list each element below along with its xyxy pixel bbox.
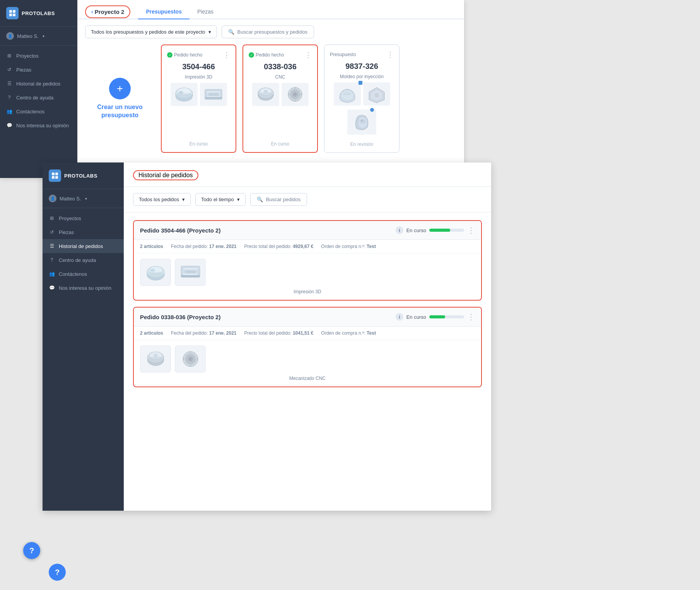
- tab-piezas[interactable]: Piezas: [190, 5, 221, 19]
- card-status-3: Presupuesto: [330, 52, 356, 57]
- sidebar-label-opinion-bottom: Nos interesa su opinión: [59, 285, 111, 291]
- brand-logo-bottom: PROTOLABS: [43, 162, 124, 189]
- order-status-fill-1: [429, 229, 450, 232]
- sidebar-item-piezas-bottom[interactable]: ↺ Piezas: [43, 225, 124, 239]
- help-button-float[interactable]: ?: [23, 542, 40, 559]
- order-card-2[interactable]: Pedido 0338-036 (Proyecto 2) ℹ En curso …: [133, 307, 482, 387]
- create-new-button[interactable]: +: [109, 78, 131, 99]
- orders-search-button[interactable]: 🔍 Buscar pedidos: [250, 193, 307, 206]
- orders-filter-dropdown[interactable]: Todos los pedidos ▾: [133, 193, 191, 206]
- logo-icon: [6, 7, 19, 19]
- card-images-2: [249, 83, 312, 106]
- user-dropdown-icon: ▾: [43, 34, 44, 38]
- logo-text-bottom: PROTOLABS: [64, 173, 97, 179]
- svg-rect-33: [185, 271, 195, 274]
- sidebar-nav-bottom: ⊞ Proyectos ↺ Piezas ☰ Historial de pedi…: [43, 208, 124, 298]
- budgets-filter-dropdown[interactable]: Todos los presupuestos y pedidos de este…: [85, 26, 217, 38]
- sidebar-bottom: PROTOLABS 👤 Matteo S. ▾ ⊞ Proyectos ↺ Pi…: [43, 162, 124, 511]
- card-footer-3: En revisión: [330, 139, 394, 147]
- filter-label: Todos los presupuestos y pedidos de este…: [91, 29, 205, 35]
- svg-rect-25: [52, 176, 55, 179]
- logo-text: PROTOLABS: [22, 10, 55, 16]
- sidebar-item-historial[interactable]: ☰ Historial de pedidos: [0, 77, 77, 91]
- main-top-content: ‹ Proyecto 2 Presupuestos Piezas Todos l…: [77, 0, 464, 178]
- order-status-icon-2: ℹ: [396, 313, 403, 321]
- part-image-3a: [334, 82, 361, 106]
- sidebar-item-opinion-bottom[interactable]: 💬 Nos interesa su opinión: [43, 281, 124, 295]
- sidebar-label-proyectos-bottom: Proyectos: [59, 215, 81, 221]
- card-more-menu-3[interactable]: ⋮: [387, 50, 394, 59]
- sidebar-item-ayuda[interactable]: ? Centro de ayuda: [0, 91, 77, 104]
- card-tech-1: Impresión 3D: [167, 74, 230, 80]
- svg-point-15: [264, 90, 268, 94]
- grid-icon: ⊞: [6, 53, 12, 59]
- dropdown-chevron-icon: ▾: [208, 29, 211, 35]
- undo-icon: ↺: [6, 67, 12, 73]
- svg-point-38: [153, 353, 157, 357]
- card-more-menu-1[interactable]: ⋮: [223, 51, 230, 59]
- card-status-2: ✓ Pedido hecho: [249, 52, 284, 58]
- sidebar-label-historial: Historial de pedidos: [16, 81, 60, 87]
- sidebar-item-ayuda-bottom[interactable]: ? Centro de ayuda: [43, 253, 124, 267]
- chevron-left-icon: ‹: [91, 9, 93, 15]
- card-tech-2: CNC: [249, 74, 312, 80]
- order-more-1[interactable]: ⋮: [467, 226, 475, 235]
- status-check-icon: ✓: [167, 52, 172, 58]
- part-image-2a: [252, 83, 279, 106]
- svg-rect-11: [205, 97, 222, 99]
- filter-bar: Todos los presupuestos y pedidos de este…: [77, 19, 464, 44]
- sidebar-item-piezas[interactable]: ↺ Piezas: [0, 63, 77, 77]
- order-part-img-1a: [140, 259, 171, 286]
- order-po-label-1: Orden de compra n.º: Test: [321, 244, 376, 249]
- user-menu[interactable]: 👤 Matteo S. ▾: [0, 27, 77, 46]
- tab-presupuestos[interactable]: Presupuestos: [138, 5, 190, 19]
- order-date-label-1: Fecha del pedido: 17 ene. 2021: [171, 244, 236, 249]
- order-date-label-2: Fecha del pedido: 17 ene. 2021: [171, 330, 236, 336]
- order-status-area-1: ℹ En curso ⋮: [396, 226, 475, 235]
- time-filter-label: Todo el tiempo: [201, 197, 234, 202]
- sidebar-item-contacto-bottom[interactable]: 👥 Contáctenos: [43, 267, 124, 281]
- dot-indicator-2: [370, 108, 374, 112]
- order-header-1: Pedido 3504-466 (Proyecto 2) ℹ En curso …: [134, 221, 481, 240]
- order-images-2: [140, 345, 475, 373]
- cards-area: + Crear un nuevo presupuesto ✓ Pedido he…: [77, 44, 464, 161]
- sidebar-item-historial-bottom[interactable]: ☰ Historial de pedidos: [43, 239, 124, 253]
- bottom-window: PROTOLABS 👤 Matteo S. ▾ ⊞ Proyectos ↺ Pi…: [43, 162, 491, 511]
- project-tabs: Presupuestos Piezas: [138, 5, 221, 19]
- svg-point-42: [190, 358, 191, 360]
- list-icon: ☰: [6, 80, 12, 87]
- project-back-button[interactable]: ‹ Proyecto 2: [85, 5, 130, 18]
- sidebar-label-proyectos: Proyectos: [16, 53, 39, 59]
- quote-card-3[interactable]: Presupuesto ⋮ 9837-326 Moldeo por inyecc…: [324, 44, 400, 153]
- time-filter-dropdown[interactable]: Todo el tiempo ▾: [195, 193, 246, 206]
- sidebar-item-opinion[interactable]: 💬 Nos interesa su opinión: [0, 118, 77, 132]
- user-menu-bottom[interactable]: 👤 Matteo S. ▾: [43, 189, 124, 208]
- svg-point-19: [294, 94, 296, 96]
- order-more-2[interactable]: ⋮: [467, 312, 475, 322]
- order-status-label-2: En curso: [406, 314, 426, 320]
- sidebar-item-contacto[interactable]: 👥 Contáctenos: [0, 104, 77, 118]
- user-name: Matteo S.: [17, 33, 39, 39]
- create-label[interactable]: Crear un nuevo presupuesto: [85, 103, 155, 120]
- card-more-menu-2[interactable]: ⋮: [305, 51, 312, 59]
- status-text-3: Presupuesto: [330, 52, 356, 57]
- order-status-area-2: ℹ En curso ⋮: [396, 312, 475, 322]
- brand-logo: PROTOLABS: [0, 0, 77, 27]
- help-button-bottom[interactable]: ?: [49, 564, 66, 581]
- svg-rect-1: [13, 10, 15, 13]
- svg-rect-23: [52, 173, 55, 175]
- order-total-label-1: Precio total del pedido: 4929,67 €: [244, 244, 314, 249]
- search-button[interactable]: 🔍 Buscar presupuestos y pedidos: [222, 26, 314, 38]
- sidebar-item-proyectos[interactable]: ⊞ Proyectos: [0, 49, 77, 63]
- user-dropdown-icon-bottom: ▾: [85, 197, 87, 201]
- sidebar-label-opinion: Nos interesa su opinión: [16, 123, 69, 128]
- order-status-icon-1: ℹ: [396, 226, 403, 234]
- sidebar-label-historial-bottom: Historial de pedidos: [59, 243, 103, 249]
- order-card-1[interactable]: Pedido 3504-466 (Proyecto 2) ℹ En curso …: [133, 220, 482, 301]
- quote-card-1[interactable]: ✓ Pedido hecho ⋮ 3504-466 Impresión 3D: [161, 44, 236, 153]
- order-status-bar-1: [429, 229, 464, 232]
- sidebar-item-proyectos-bottom[interactable]: ⊞ Proyectos: [43, 211, 124, 225]
- quote-card-2[interactable]: ✓ Pedido hecho ⋮ 0338-036 CNC: [242, 44, 318, 153]
- part-image-1a: [171, 83, 198, 106]
- orders-search-label: Buscar pedidos: [266, 197, 301, 202]
